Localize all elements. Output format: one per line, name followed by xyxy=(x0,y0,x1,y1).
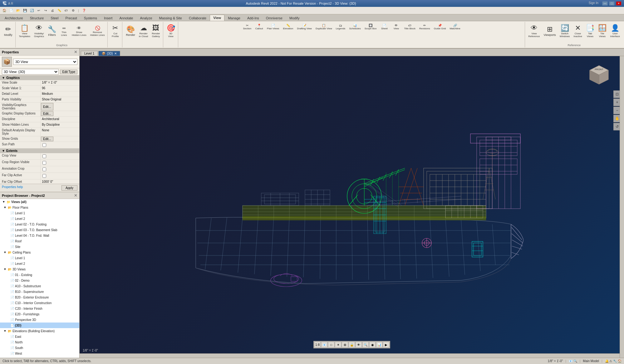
tree-01-existing[interactable]: 📄 01 - Existing xyxy=(0,272,79,278)
schedules-button[interactable]: 📊 Schedules xyxy=(347,22,362,31)
user-interface-button[interactable]: 👤 UserInterface xyxy=(609,22,622,40)
tab-systems[interactable]: Systems xyxy=(81,15,101,21)
vp-more-button[interactable]: ▶ xyxy=(383,342,389,347)
tab-structure[interactable]: Structure xyxy=(27,15,47,21)
instance-type-dropdown[interactable]: 3D View: {3D} xyxy=(2,69,59,75)
tree-b20[interactable]: 📄 B20 - Exterior Enclosure xyxy=(0,294,79,300)
tree-north[interactable]: 📄 North xyxy=(0,339,79,345)
filters-button[interactable]: 🔧 Filters xyxy=(46,22,58,40)
tab-analyze[interactable]: Analyze xyxy=(136,15,155,21)
revisions-button[interactable]: ✏ Revisions xyxy=(418,22,432,31)
tree-level03[interactable]: 📄 Level 03 - T.O. Basement Slab xyxy=(0,227,79,233)
vp-shadow-button[interactable]: ☀ xyxy=(335,342,341,347)
project-browser-close-button[interactable]: ✕ xyxy=(74,193,77,198)
qa-save-button[interactable]: 💾 xyxy=(22,7,28,14)
prop-detail-level-value[interactable]: Medium xyxy=(41,91,79,97)
graphics-section-header[interactable]: ▼ Graphics xyxy=(0,75,79,80)
prop-analysis-style-value[interactable]: None xyxy=(41,128,79,136)
vp-isolate-button[interactable]: ◉ xyxy=(369,342,376,347)
scope-box-button[interactable]: 🔲 Scope Box xyxy=(363,22,378,31)
tree-3dviews[interactable]: ▼ 📂 3D Views xyxy=(0,266,79,272)
tile-views-button[interactable]: 🪟 TileViews xyxy=(597,22,608,40)
qa-measure-button[interactable]: 📏 xyxy=(56,7,62,14)
prop-graphic-display-edit[interactable]: Edit... xyxy=(41,111,53,116)
qa-sync-button[interactable]: 🔄 xyxy=(29,7,35,14)
tree-level2-floor[interactable]: 📄 Level 2 xyxy=(0,216,79,221)
remove-hidden-button[interactable]: 🚫 RemoveHidden Lines xyxy=(89,22,106,40)
plan-views-button[interactable]: 📄 Plan Views xyxy=(265,22,281,31)
matchline-button[interactable]: 🔗 Matchline xyxy=(448,22,462,31)
window-controls[interactable]: Sign In — □ ✕ xyxy=(589,1,622,6)
tree-roof[interactable]: 📄 Roof xyxy=(0,238,79,244)
qa-help-button[interactable]: ❓ xyxy=(81,7,87,14)
prop-hidden-lines-value[interactable]: By Discipline xyxy=(41,122,79,128)
tab-annotate[interactable]: Annotate xyxy=(116,15,136,21)
tree-c20[interactable]: 📄 C20 - Interior Finish xyxy=(0,306,79,311)
tab-architecture[interactable]: Architecture xyxy=(1,15,27,21)
switch-windows-button[interactable]: 🔄 SwitchWindows xyxy=(558,22,571,40)
expand-views-all[interactable]: ▼ xyxy=(1,199,6,204)
tree-level04[interactable]: 📄 Level 04 - T.O. Fnd. Wall xyxy=(0,233,79,238)
properties-apply-button[interactable]: Apply xyxy=(61,185,77,191)
extents-section-header[interactable]: ▼ Extents xyxy=(0,148,79,153)
tab-manage[interactable]: Manage xyxy=(224,15,244,21)
prop-show-grids-edit[interactable]: Edit... xyxy=(41,137,53,141)
visibility-graphics-button[interactable]: 👁 Visibility/Graphics xyxy=(32,22,46,40)
vp-temp-hide-button[interactable]: 🔍 xyxy=(362,342,369,347)
render-button[interactable]: 🎨 Render xyxy=(124,22,137,40)
tab-omniverse[interactable]: Omniverse xyxy=(263,15,286,21)
tab-massing[interactable]: Massing & Site xyxy=(156,15,185,21)
tree-elevations[interactable]: ▼ 📂 Elevations (Building Elevation) xyxy=(0,328,79,334)
tree-ceiling-level2[interactable]: 📄 Level 2 xyxy=(0,261,79,266)
3d-viewport[interactable]: FRONT ⊡ + − ✋ ↺ 1/8" = 1'-0" 1:8 xyxy=(80,56,624,358)
viewports-button[interactable]: ⊞ Viewports xyxy=(542,22,557,40)
crop-view-checkbox[interactable] xyxy=(42,154,46,158)
crop-region-checkbox[interactable] xyxy=(42,161,46,165)
tree-c10[interactable]: 📄 C10 - Interior Construction xyxy=(0,300,79,306)
tree-b10[interactable]: 📄 B10 - Superstructure xyxy=(0,289,79,294)
modify-button[interactable]: ✏ Modify xyxy=(2,22,14,40)
prop-scale-value-value[interactable]: 96 xyxy=(41,86,79,91)
view-type-dropdown[interactable]: 3D View xyxy=(13,59,77,65)
tree-legends[interactable]: ▶ 📁 Legends xyxy=(0,356,79,358)
view-reference-button[interactable]: 👁 ViewReference xyxy=(527,22,542,40)
tab-addins[interactable]: Add-Ins xyxy=(244,15,263,21)
tab-insert[interactable]: Insert xyxy=(101,15,116,21)
render-cloud-button[interactable]: ☁ Renderin Cloud xyxy=(137,22,150,40)
qa-home-button[interactable]: 🏠 xyxy=(1,7,7,14)
maximize-button[interactable]: □ xyxy=(609,1,615,6)
tree-south[interactable]: 📄 South xyxy=(0,345,79,351)
view-button[interactable]: 👁 View xyxy=(391,22,402,31)
tree-a10[interactable]: 📄 A10 - Substructure xyxy=(0,283,79,289)
prop-vg-overrides-edit[interactable]: Edit... xyxy=(41,103,53,110)
vp-visual-style-button[interactable]: □ xyxy=(328,342,334,347)
annotation-crop-checkbox[interactable] xyxy=(42,167,46,171)
show-hidden-button[interactable]: 👁 ShowHidden Lines xyxy=(70,22,88,40)
vp-analyze-button[interactable]: 📊 xyxy=(376,342,382,347)
qa-new-button[interactable]: 📄 xyxy=(8,7,14,14)
tree-level1-floor[interactable]: 📄 Level 1 xyxy=(0,210,79,216)
duplicate-view-button[interactable]: 📋 Duplicate View xyxy=(314,22,334,31)
vp-lock-button[interactable]: 🔒 xyxy=(349,342,355,347)
tab-view[interactable]: View xyxy=(210,15,224,21)
tree-floor-plans[interactable]: ▼ 📂 Floor Plans xyxy=(0,205,79,210)
tree-3d-active[interactable]: 📄 {3D} xyxy=(0,323,79,328)
section-button[interactable]: ✂ Section xyxy=(241,22,253,31)
tab-steel[interactable]: Steel xyxy=(47,15,62,21)
qa-tag-button[interactable]: 🏷 xyxy=(63,7,69,14)
tree-e20[interactable]: 📄 E20 - Furnishings xyxy=(0,311,79,317)
qa-settings-button[interactable]: ⚙ xyxy=(70,7,76,14)
legends-button[interactable]: 🗂 Legends xyxy=(334,22,347,31)
tree-perspective-3d[interactable]: 📄 Perspective 3D xyxy=(0,317,79,323)
prop-discipline-value[interactable]: Architectural xyxy=(41,117,79,122)
tree-level02[interactable]: 📄 Level 02 - T.O. Footing xyxy=(0,221,79,227)
close-inactive-button[interactable]: ✕ CloseInactive xyxy=(572,22,584,40)
tree-site[interactable]: 📄 Site xyxy=(0,244,79,250)
prop-far-clip-offset-value[interactable]: 1000' 0" xyxy=(41,179,79,184)
minimize-button[interactable]: — xyxy=(602,1,608,6)
project-browser-tree[interactable]: ▼ 📁 Views (all) ▼ 📂 Floor Plans 📄 Level … xyxy=(0,199,79,358)
tree-views-all[interactable]: ▼ 📁 Views (all) xyxy=(0,199,79,205)
title-block-button[interactable]: 🏷 Title Block xyxy=(402,22,417,31)
qa-undo-button[interactable]: ↩ xyxy=(36,7,42,14)
tree-ceiling-level1[interactable]: 📄 Level 1 xyxy=(0,255,79,261)
